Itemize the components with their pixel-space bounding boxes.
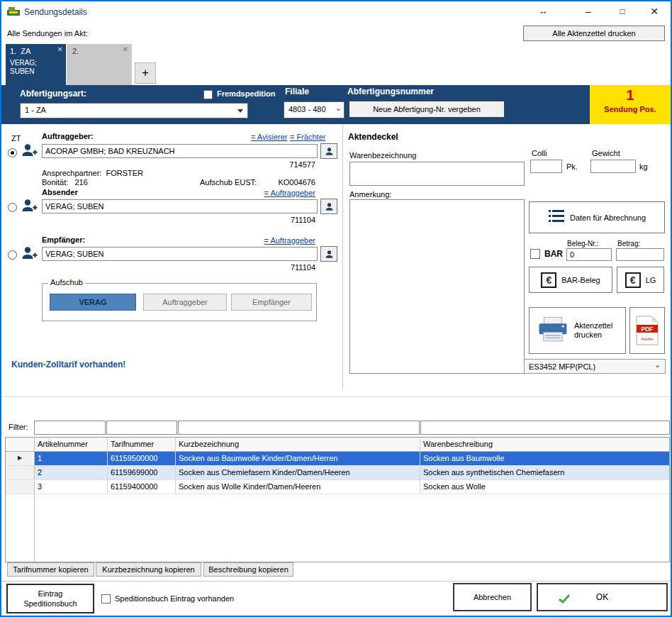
printer-select[interactable]: ES3452 MFP(PCL) ⌄ (524, 359, 666, 374)
aufschub-legend: Aufschub (48, 278, 85, 287)
minimize-button[interactable]: – (577, 3, 600, 20)
person-add-icon[interactable] (21, 197, 38, 217)
empfaenger-input[interactable] (42, 247, 318, 261)
eintrag-speditionsbuch-button[interactable]: Eintrag Speditionsbuch (6, 584, 94, 613)
tab2-close-icon[interactable]: ✕ (123, 45, 128, 53)
table-header-row: Artikelnummer Tarifnummer Kurzbezeichnun… (6, 438, 669, 452)
beleg-nr-input[interactable] (566, 248, 612, 261)
cell-tarifnummer: 61159500000 (108, 452, 176, 465)
empfaenger-contact-icon[interactable] (320, 246, 337, 262)
auftraggeber-radio[interactable] (8, 148, 17, 157)
avisierer-link[interactable]: = Avisierer (251, 133, 287, 141)
sendung-position-panel: 1 Sendung Pos. (590, 85, 671, 124)
dispatch-band: Abfertigungsart: Fremdspedition 1 - ZA F… (1, 85, 671, 124)
abfertigungsart-label: Abfertigungsart: (20, 89, 86, 99)
colli-input[interactable] (530, 160, 562, 173)
printer-select-value: ES3452 MFP(PCL) (529, 362, 595, 371)
app-icon (7, 7, 20, 20)
maximize-button[interactable]: □ (611, 3, 634, 20)
betrag-label: Betrag: (617, 240, 640, 248)
abfertigungsart-value: 1 - ZA (25, 106, 46, 114)
cell-kurzbezeichnung: Socken aus Wolle Kinder/Damen/Heeren (176, 480, 420, 494)
aufschub-group: Aufschub VERAG Auftraggeber Empfänger (42, 283, 317, 321)
empfaenger-label: Empfänger: (42, 235, 85, 244)
auftraggeber-input[interactable] (42, 144, 318, 158)
absender-auftraggeber-link[interactable]: = Auftraggeber (235, 189, 315, 197)
person-add-icon[interactable] (21, 245, 38, 265)
resize-icon[interactable]: ↔ (532, 3, 554, 20)
aufschub-eust-value: KO004676 (264, 178, 315, 187)
add-tab-button[interactable]: + (135, 62, 156, 84)
absender-number: 711104 (264, 216, 315, 224)
person-add-icon[interactable] (21, 142, 38, 162)
filiale-select[interactable]: 4803 - 480 ⌄ (284, 101, 345, 118)
titlebar: Sendungsdetails ↔ – □ ✕ (1, 1, 671, 23)
aufschub-verag-button[interactable]: VERAG (50, 294, 136, 311)
filter-input-warenbeschreibung[interactable] (420, 421, 670, 435)
cell-warenbeschreibung: Socken aus Wolle (420, 480, 669, 494)
fraechter-link[interactable]: = Frächter (290, 133, 325, 141)
tab1-title: 1. ZA (10, 47, 30, 55)
table-row[interactable]: ▶ 1 61159500000 Socken aus Baumwolle Kin… (6, 452, 669, 466)
filter-input-tarifnummer[interactable] (106, 421, 177, 435)
abfertigungsart-select[interactable]: 1 - ZA (20, 103, 248, 118)
cell-tarifnummer: 61159400000 (108, 480, 176, 494)
table-row[interactable]: 3 61159400000 Socken aus Wolle Kinder/Da… (6, 480, 669, 494)
col-artikelnummer[interactable]: Artikelnummer (35, 438, 108, 451)
aktenzettel-drucken-button[interactable]: Aktenzettel drucken (529, 307, 626, 354)
gewicht-input[interactable] (590, 160, 636, 173)
row-selector (6, 480, 35, 494)
close-button[interactable]: ✕ (643, 3, 666, 20)
tab-sendung-2[interactable]: 2. ✕ (67, 44, 132, 85)
bar-label: BAR (544, 249, 563, 259)
cell-kurzbezeichnung: Socken aus Baumwolle Kinder/Damen/Herren (176, 452, 420, 465)
absender-contact-icon[interactable] (320, 199, 337, 214)
lg-button[interactable]: € LG (617, 267, 664, 293)
filter-input-kurzbezeichnung[interactable] (178, 421, 420, 435)
auftraggeber-contact-icon[interactable] (320, 143, 337, 159)
absender-radio[interactable] (8, 203, 17, 212)
window-title: Sendungsdetails (24, 7, 87, 17)
warenbezeichnung-input[interactable] (349, 162, 525, 186)
abbrechen-button[interactable]: Abbrechen (453, 583, 532, 611)
copy-tarifnummer-button[interactable]: Tarifnummer kopieren (7, 562, 94, 577)
anmerkung-textarea[interactable] (349, 199, 525, 374)
speditionsbuch-checkbox[interactable] (101, 594, 111, 604)
euro-icon: € (541, 272, 556, 288)
table-row[interactable]: 2 61159699000 Socken aus Chemiefasern Ki… (6, 466, 669, 480)
col-warenbeschreibung[interactable]: Warenbeschreibung (420, 438, 669, 451)
tab1-line2: VERAG; (10, 59, 37, 67)
table-empty-area (6, 494, 669, 562)
bar-checkbox[interactable] (530, 249, 540, 259)
empfaenger-radio[interactable] (8, 250, 17, 260)
print-all-aktenzettel-button[interactable]: Alle Aktenzettel drucken (523, 26, 665, 41)
empfaenger-auftraggeber-link[interactable]: = Auftraggeber (235, 236, 315, 245)
auftraggeber-number: 714577 (264, 160, 315, 169)
neue-abfertigungsnummer-button[interactable]: Neue Abfertigung-Nr. vergeben (349, 101, 505, 118)
tab1-close-icon[interactable]: ✕ (57, 45, 63, 53)
sendungsdetails-window: Sendungsdetails ↔ – □ ✕ Alle Sendungen i… (0, 0, 672, 617)
gewicht-label: Gewicht (592, 149, 620, 157)
absender-input[interactable] (42, 199, 318, 213)
speditionsbuch-checkbox-label: Speditionsbuch Eintrag vorhanden (115, 594, 234, 603)
betrag-input[interactable] (616, 248, 664, 261)
cell-warenbeschreibung: Socken aus Baumwolle (420, 452, 669, 465)
anmerkung-label: Anmerkung: (349, 190, 391, 199)
ok-button[interactable]: OK (537, 583, 668, 611)
copy-kurzbezeichnung-button[interactable]: Kurzbezeichnung kopieren (96, 562, 201, 577)
pdf-button[interactable]: PDF Adobe (629, 307, 665, 354)
empfaenger-number: 711104 (264, 263, 315, 272)
tarif-table: Artikelnummer Tarifnummer Kurzbezeichnun… (5, 437, 670, 562)
bar-beleg-button[interactable]: € BAR-Beleg (529, 267, 612, 293)
col-kurzbezeichnung[interactable]: Kurzbezeichnung (176, 438, 420, 451)
copy-beschreibung-button[interactable]: Beschreibung kopieren (203, 562, 293, 577)
filter-input-artikelnummer[interactable] (34, 421, 106, 435)
kg-label: kg (639, 162, 648, 171)
sped-line2: Speditionsbuch (23, 599, 77, 608)
fremdspedition-checkbox[interactable] (203, 90, 213, 99)
aufschub-empfaenger-button[interactable]: Empfänger (231, 294, 312, 311)
tab-sendung-1[interactable]: 1. ZA VERAG; SUBEN ✕ (6, 44, 66, 85)
col-tarifnummer[interactable]: Tarifnummer (108, 438, 176, 451)
aufschub-auftraggeber-button[interactable]: Auftraggeber (143, 294, 227, 311)
daten-fuer-abrechnung-button[interactable]: Daten für Abrechnung (529, 201, 665, 233)
